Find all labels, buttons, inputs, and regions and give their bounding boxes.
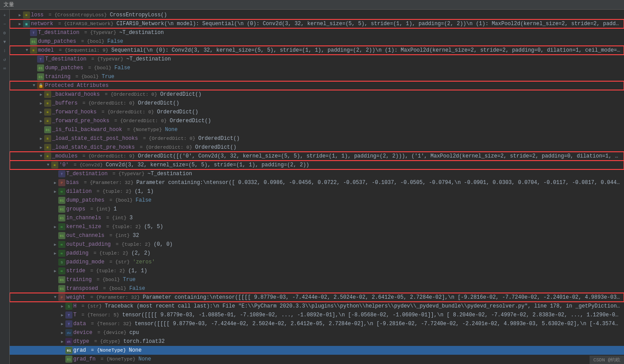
var-name: T <box>73 312 76 318</box>
tree-row[interactable]: ▼Pweight = {Parameter: 32} Parameter con… <box>10 293 624 302</box>
tree-toggle[interactable]: ▶ <box>38 91 44 98</box>
bool-icon: 01 <box>30 38 37 45</box>
type-annotation: = {bool} <box>103 286 129 291</box>
var-name: _forward_hooks <box>52 109 97 115</box>
tree-toggle[interactable]: ▶ <box>38 100 44 106</box>
tree-row[interactable]: ▶TT = {Tensor: 5} tensor([[[[ 9.8779e-03… <box>10 311 624 319</box>
tree-row[interactable]: ▼≡model = {Sequential: 9} Sequential(\n … <box>10 46 624 55</box>
tree-row[interactable]: ▶Pbias = {Parameter: 32} Parameter conta… <box>10 178 624 187</box>
filter-icon[interactable]: ▼ <box>1 38 9 46</box>
tree-row[interactable]: ▶≔dilation = {tuple: 2} (1, 1) <box>10 187 624 196</box>
dict-icon: ≡ <box>44 100 51 107</box>
row-text: H = {str} Traceback (most recent call la… <box>73 303 620 309</box>
tree-toggle[interactable]: ▶ <box>59 330 65 336</box>
tree-row[interactable]: ▶Tdata = {Tensor: 32} tensor([[[[ 9.8779… <box>10 319 624 328</box>
tree-row[interactable]: 01dump_patches = {bool} False <box>10 196 624 205</box>
tree-toggle[interactable]: ▶ <box>59 338 65 345</box>
tree-row[interactable]: ▶≡_load_state_dict_post_hooks = {Ordered… <box>10 134 624 143</box>
equals-sign <box>80 30 83 36</box>
var-name: T_destination <box>66 171 108 177</box>
tree-toggle[interactable]: ▶ <box>38 118 44 124</box>
var-value: False <box>129 285 145 292</box>
tree-row[interactable]: ▼≡'0' = {Conv2d} Conv2d(3, 32, kernel_si… <box>10 161 624 169</box>
tree-toggle[interactable]: ▶ <box>17 21 23 27</box>
sort-icon[interactable]: ↕ <box>1 47 9 55</box>
equals-sign <box>109 171 112 177</box>
refresh-icon[interactable]: ↺ <box>1 56 9 64</box>
tree-toggle[interactable]: ▼ <box>45 162 51 168</box>
tree-row[interactable]: ▶≔stride = {tuple: 2} (1, 1) <box>10 266 624 275</box>
tree-row[interactable]: ▼≡_modules = {OrderedDict: 9} OrderedDic… <box>10 152 624 161</box>
tree-row[interactable]: ▶≡_forward_pre_hooks = {OrderedDict: 0} … <box>10 116 624 125</box>
tree-row[interactable]: 01grad_fn = {NoneType} None <box>10 355 624 364</box>
equals-sign <box>86 268 89 274</box>
tree-row[interactable]: TT_destination = {TypeVar} ~T_destinatio… <box>10 28 624 37</box>
tree-row[interactable]: 01transposed = {bool} False <box>10 284 624 293</box>
tree-toggle[interactable]: ▶ <box>52 241 58 248</box>
tree-row[interactable]: ▶≡_load_state_dict_pre_hooks = {OrderedD… <box>10 143 624 152</box>
var-name: weight <box>66 294 85 300</box>
tree-row[interactable]: 01training = {bool} True <box>10 72 624 81</box>
expand-all-icon[interactable]: + <box>1 11 9 19</box>
bottom-bar-label: CSDN @钧欧 <box>593 357 620 363</box>
row-text: T_destination = {TypeVar} ~T_destination <box>66 171 620 177</box>
tree-toggle[interactable]: ▶ <box>38 109 44 115</box>
tree-row[interactable]: 01grad = {NoneType} None <box>10 346 624 355</box>
tree-row[interactable]: TT_destination = {TypeVar} ~T_destinatio… <box>10 55 624 64</box>
dict-icon: ≡ <box>44 117 51 124</box>
tree-row[interactable]: 01groups = {int} 1 <box>10 205 624 214</box>
tree-row[interactable]: ▶≡loss = {CrossEntropyLoss} CrossEntropy… <box>10 11 624 19</box>
pin-icon[interactable]: ∞ <box>1 64 9 72</box>
equals-sign <box>93 188 96 195</box>
tree-toggle[interactable]: ▶ <box>52 180 58 186</box>
tree-toggle[interactable]: ▼ <box>52 294 58 300</box>
tree-row[interactable]: ▶dtdtype = {dtype} torch.float32 <box>10 337 624 346</box>
tensor-icon: T <box>65 311 72 319</box>
dict-icon: ≡ <box>44 135 51 142</box>
tree-toggle[interactable]: ▶ <box>52 268 58 274</box>
tree-toggle[interactable]: ▼ <box>38 153 44 159</box>
tree-row[interactable]: ▶SH = {str} Traceback (most recent call … <box>10 302 624 311</box>
collapse-all-icon[interactable]: − <box>1 20 9 28</box>
tree-row[interactable]: ▶≔padding = {tuple: 2} (2, 2) <box>10 249 624 258</box>
tree-toggle <box>31 74 37 80</box>
tree-row[interactable]: ▶≔output_padding = {tuple: 2} (0, 0) <box>10 240 624 249</box>
tree-row[interactable]: ▶≔kernel_size = {tuple: 2} (5, 5) <box>10 222 624 231</box>
type-annotation: = {Parameter: 32} <box>84 180 136 185</box>
tree-toggle[interactable]: ▶ <box>52 250 58 256</box>
tree-toggle[interactable]: ▼ <box>24 47 30 53</box>
tree-row[interactable]: 01out_channels = {int} 32 <box>10 231 624 240</box>
tree-row[interactable]: 01dump_patches = {bool} False <box>10 37 624 46</box>
settings-icon[interactable]: ⚙ <box>1 29 9 37</box>
tree-toggle[interactable]: ▶ <box>38 135 44 142</box>
tree-row[interactable]: 01in_channels = {int} 3 <box>10 214 624 222</box>
tree-toggle[interactable]: ▶ <box>59 303 65 309</box>
row-text: stride = {tuple: 2} (1, 1) <box>66 268 620 274</box>
tree-toggle[interactable]: ▼ <box>31 83 37 89</box>
tree-toggle[interactable]: ▶ <box>52 188 58 195</box>
var-value: OrderedDict() <box>195 144 237 150</box>
var-name: _load_state_dict_pre_hooks <box>52 144 135 150</box>
tree-row[interactable]: ▶dvdevice = {device} cpu <box>10 328 624 337</box>
tree-row[interactable]: Spadding_mode = {str} 'zeros' <box>10 258 624 266</box>
tree-row[interactable]: ▼🔒Protected Attributes <box>10 81 624 90</box>
tree-row[interactable]: 01training = {bool} True <box>10 275 624 284</box>
tree-row[interactable]: ▶≡_buffers = {OrderedDict: 0} OrderedDic… <box>10 99 624 108</box>
tree-toggle <box>52 277 58 283</box>
typevar-icon: T <box>30 29 37 36</box>
tree-toggle[interactable]: ▶ <box>52 224 58 230</box>
tree-toggle[interactable]: ▶ <box>59 321 65 327</box>
tree-row[interactable]: TT_destination = {TypeVar} ~T_destinatio… <box>10 169 624 178</box>
equals-sign <box>105 197 108 203</box>
tree-toggle[interactable]: ▶ <box>17 12 23 18</box>
var-value: None <box>129 347 142 353</box>
var-name: dump_patches <box>45 65 83 71</box>
tree-row[interactable]: ▶≡_backward_hooks = {OrderedDict: 0} Ord… <box>10 90 624 99</box>
tree-row[interactable]: 01dump_patches = {bool} False <box>10 64 624 72</box>
tree-toggle[interactable]: ▶ <box>59 312 65 318</box>
tree-area[interactable]: ▶≡loss = {CrossEntropyLoss} CrossEntropy… <box>10 10 624 364</box>
tree-toggle[interactable]: ▶ <box>38 144 44 150</box>
tree-row[interactable]: ▶▣network = {CIFAR10_Network} CIFAR10_Ne… <box>10 19 624 28</box>
tree-row[interactable]: ▶≡_forward_hooks = {OrderedDict: 0} Orde… <box>10 108 624 116</box>
tree-row[interactable]: 01_is_full_backward_hook = {NoneType} No… <box>10 125 624 134</box>
